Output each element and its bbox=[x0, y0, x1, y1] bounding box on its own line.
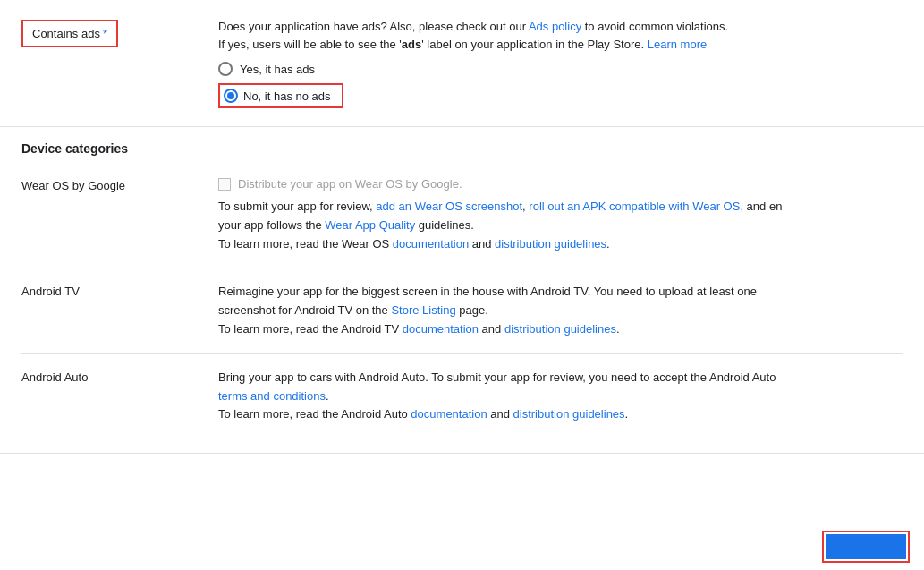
radio-no[interactable]: No, it has no ads bbox=[218, 83, 903, 108]
desc-text-2-end: ' label on your application in the Play … bbox=[421, 38, 648, 51]
tv-desc-3-mid: and bbox=[479, 322, 504, 336]
android-auto-desc: Bring your app to cars with Android Auto… bbox=[218, 369, 903, 424]
radio-no-label: No, it has no ads bbox=[243, 89, 331, 103]
wear-os-content: Distribute your app on Wear OS by Google… bbox=[218, 177, 903, 253]
auto-desc-1-end: . bbox=[326, 389, 329, 403]
android-tv-label: Android TV bbox=[21, 283, 218, 298]
tv-desc-3-start: To learn more, read the Android TV bbox=[218, 322, 403, 336]
contains-ads-label-box: Contains ads * bbox=[21, 20, 118, 47]
android-auto-content: Bring your app to cars with Android Auto… bbox=[218, 369, 903, 424]
ads-bold: ads bbox=[402, 38, 421, 51]
auto-desc-1-start: Bring your app to cars with Android Auto… bbox=[218, 370, 776, 384]
wear-desc-3-start: To learn more, read the Wear OS bbox=[218, 237, 393, 251]
wear-os-row: Wear OS by Google Distribute your app on… bbox=[21, 163, 903, 268]
save-button[interactable] bbox=[826, 534, 906, 559]
desc-text-2-start: If yes, users will be able to see the ' bbox=[218, 38, 402, 51]
learn-more-link[interactable]: Learn more bbox=[648, 38, 707, 51]
contains-ads-description: Does your application have ads? Also, pl… bbox=[218, 18, 903, 53]
auto-desc-2-mid: and bbox=[487, 407, 513, 421]
wear-apk-link[interactable]: roll out an APK compatible with Wear OS bbox=[529, 200, 740, 213]
android-auto-label: Android Auto bbox=[21, 369, 218, 384]
tv-doc-link[interactable]: documentation bbox=[403, 322, 479, 336]
radio-yes-label: Yes, it has ads bbox=[240, 63, 315, 76]
auto-dist-link[interactable]: distribution guidelines bbox=[513, 407, 625, 421]
wear-quality-link[interactable]: Wear App Quality bbox=[325, 218, 415, 232]
radio-no-circle bbox=[224, 89, 238, 103]
tv-desc-2-start: screenshot for Android TV on the bbox=[218, 303, 391, 317]
contains-ads-text: Contains ads bbox=[32, 27, 100, 40]
contains-ads-section: Contains ads * Does your application hav… bbox=[0, 0, 924, 127]
radio-no-selected-box: No, it has no ads bbox=[218, 83, 343, 108]
wear-dist-link[interactable]: distribution guidelines bbox=[495, 237, 606, 251]
tv-desc-1: Reimagine your app for the biggest scree… bbox=[218, 285, 757, 298]
wear-os-desc: To submit your app for review, add an We… bbox=[218, 198, 903, 253]
desc-text-1: Does your application have ads? Also, pl… bbox=[218, 20, 529, 33]
contains-ads-content: Does your application have ads? Also, pl… bbox=[218, 18, 903, 108]
desc-text-1-end: to avoid common violations. bbox=[581, 20, 728, 33]
required-star: * bbox=[103, 27, 107, 40]
wear-os-checkbox-label: Distribute your app on Wear OS by Google… bbox=[238, 177, 462, 191]
wear-os-checkbox-row: Distribute your app on Wear OS by Google… bbox=[218, 177, 903, 191]
device-categories-title: Device categories bbox=[21, 141, 903, 156]
wear-desc-1-start: To submit your app for review, bbox=[218, 200, 376, 213]
android-tv-row: Android TV Reimagine your app for the bi… bbox=[21, 268, 903, 353]
ads-policy-link[interactable]: Ads policy bbox=[529, 20, 581, 33]
wear-desc-2-end: guidelines. bbox=[415, 218, 474, 232]
wear-desc-1-end: , and en bbox=[740, 200, 782, 213]
wear-screenshot-link[interactable]: add an Wear OS screenshot bbox=[376, 200, 522, 213]
wear-desc-3-end: . bbox=[606, 237, 610, 251]
tv-desc-3-end: . bbox=[616, 322, 620, 336]
tv-dist-link[interactable]: distribution guidelines bbox=[504, 322, 616, 336]
auto-desc-2-start: To learn more, read the Android Auto bbox=[218, 407, 411, 421]
bottom-bar bbox=[808, 523, 924, 570]
device-categories-section: Device categories Wear OS by Google Dist… bbox=[0, 127, 924, 454]
radio-yes-circle bbox=[218, 62, 233, 76]
wear-doc-link[interactable]: documentation bbox=[393, 237, 469, 251]
page: Contains ads * Does your application hav… bbox=[0, 0, 924, 570]
auto-desc-2-end: . bbox=[625, 407, 629, 421]
android-auto-row: Android Auto Bring your app to cars with… bbox=[21, 354, 903, 438]
ads-radio-group: Yes, it has ads No, it has no ads bbox=[218, 62, 903, 108]
wear-os-label: Wear OS by Google bbox=[21, 177, 218, 192]
radio-yes[interactable]: Yes, it has ads bbox=[218, 62, 903, 76]
tv-desc-2-end: page. bbox=[456, 303, 488, 317]
wear-desc-2-start: your app follows the bbox=[218, 218, 325, 232]
contains-ads-label: Contains ads * bbox=[21, 18, 218, 47]
tv-store-listing-link[interactable]: Store Listing bbox=[391, 303, 455, 317]
auto-terms-link[interactable]: terms and conditions bbox=[218, 389, 326, 403]
android-tv-desc: Reimagine your app for the biggest scree… bbox=[218, 283, 903, 338]
wear-os-checkbox[interactable] bbox=[218, 178, 231, 191]
auto-doc-link[interactable]: documentation bbox=[411, 407, 487, 421]
android-tv-content: Reimagine your app for the biggest scree… bbox=[218, 283, 903, 338]
wear-desc-3-mid: and bbox=[469, 237, 495, 251]
